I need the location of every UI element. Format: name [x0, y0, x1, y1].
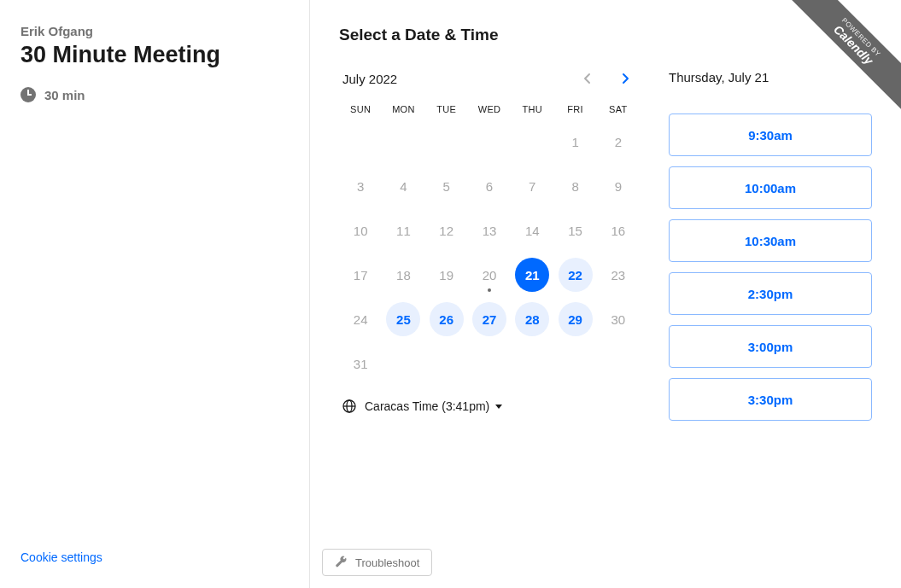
- day-21[interactable]: 21: [515, 258, 549, 292]
- day-14: 14: [515, 213, 549, 247]
- dow-label: THU: [511, 104, 553, 114]
- time-slot-button[interactable]: 2:30pm: [669, 272, 872, 315]
- day-cell: [425, 123, 468, 160]
- day-11: 11: [386, 213, 420, 247]
- day-13: 13: [472, 213, 506, 247]
- caret-down-icon: [495, 405, 502, 409]
- dow-label: MON: [382, 104, 424, 114]
- time-slot-button[interactable]: 9:30am: [669, 114, 872, 156]
- day-cell: 25: [382, 300, 424, 338]
- day-cell: 22: [553, 256, 596, 294]
- time-slot-button[interactable]: 3:00pm: [669, 325, 872, 368]
- day-cell: 31: [339, 345, 382, 382]
- duration-text: 30 min: [44, 88, 85, 102]
- day-cell: 15: [553, 212, 596, 249]
- day-28[interactable]: 28: [515, 302, 549, 336]
- day-26[interactable]: 26: [430, 302, 464, 336]
- next-month-button[interactable]: [616, 68, 636, 89]
- timezone-selector[interactable]: Caracas Time (3:41pm): [339, 399, 640, 413]
- day-27[interactable]: 27: [472, 302, 506, 336]
- day-6: 6: [472, 169, 506, 203]
- day-cell: 30: [597, 300, 640, 338]
- day-cell: 8: [553, 167, 596, 205]
- day-cell: 2: [597, 123, 640, 160]
- day-cell: [511, 345, 553, 382]
- sidebar: Erik Ofgang 30 Minute Meeting 30 min Coo…: [0, 0, 310, 588]
- day-cell: 18: [382, 256, 424, 294]
- day-cell: 17: [339, 256, 382, 294]
- dow-label: TUE: [425, 104, 468, 114]
- dow-label: FRI: [553, 104, 596, 114]
- day-22[interactable]: 22: [559, 258, 593, 292]
- day-cell: [382, 345, 424, 382]
- day-9: 9: [601, 169, 635, 203]
- day-29[interactable]: 29: [559, 302, 593, 336]
- chevron-right-icon: [622, 73, 630, 84]
- day-cell: 29: [553, 300, 596, 338]
- day-cell: 4: [382, 167, 424, 205]
- day-cell: [468, 345, 511, 382]
- dow-label: SUN: [339, 104, 382, 114]
- day-cell: 24: [339, 300, 382, 338]
- day-7: 7: [515, 169, 549, 203]
- day-cell: 9: [597, 167, 640, 205]
- today-indicator: [488, 288, 491, 292]
- day-16: 16: [601, 213, 635, 247]
- time-slot-button[interactable]: 10:00am: [669, 166, 872, 209]
- day-4: 4: [386, 169, 420, 203]
- day-cell: [597, 345, 640, 382]
- day-cell: 23: [597, 256, 640, 294]
- day-cell: 21: [511, 256, 553, 294]
- day-cell: [339, 123, 382, 160]
- clock-icon: [20, 87, 36, 102]
- cookie-settings-link[interactable]: Cookie settings: [20, 550, 289, 571]
- day-5: 5: [430, 169, 464, 203]
- day-31: 31: [343, 346, 377, 381]
- day-cell: 7: [511, 167, 553, 205]
- time-slot-button[interactable]: 10:30am: [669, 219, 872, 262]
- page-title: Select a Date & Time: [339, 26, 872, 44]
- day-20: 20: [472, 258, 506, 292]
- day-of-week-header: SUNMONTUEWEDTHUFRISAT: [339, 104, 640, 114]
- day-cell: [468, 123, 511, 160]
- day-cell: 14: [511, 212, 553, 249]
- calendar: July 2022 SUNMONTUEWEDTHUFRISAT 12345678…: [339, 68, 640, 431]
- day-cell: 3: [339, 167, 382, 205]
- day-3: 3: [343, 169, 377, 203]
- wrench-icon: [335, 556, 348, 569]
- time-slots-column: Thursday, July 21 9:30am10:00am10:30am2:…: [669, 68, 872, 431]
- selected-date-label: Thursday, July 21: [669, 70, 872, 84]
- troubleshoot-button[interactable]: Troubleshoot: [322, 549, 432, 576]
- timezone-label: Caracas Time (3:41pm): [365, 399, 489, 413]
- dow-label: SAT: [597, 104, 640, 114]
- day-25[interactable]: 25: [386, 302, 420, 336]
- day-2: 2: [601, 125, 635, 159]
- day-cell: 20: [468, 256, 511, 294]
- chevron-left-icon: [582, 73, 591, 84]
- month-label: July 2022: [342, 72, 397, 86]
- day-1: 1: [559, 125, 593, 159]
- meeting-title: 30 Minute Meeting: [20, 42, 289, 68]
- day-cell: 26: [425, 300, 468, 338]
- day-23: 23: [601, 258, 635, 292]
- days-grid: 1234567891011121314151617181920212223242…: [339, 123, 640, 382]
- day-cell: 12: [425, 212, 468, 249]
- main-panel: Select a Date & Time July 2022 SUNMONTUE…: [310, 0, 901, 588]
- day-30: 30: [601, 302, 635, 336]
- prev-month-button[interactable]: [576, 68, 597, 89]
- day-cell: 19: [425, 256, 468, 294]
- day-cell: 5: [425, 167, 468, 205]
- day-cell: [425, 345, 468, 382]
- day-15: 15: [559, 213, 593, 247]
- day-cell: [511, 123, 553, 160]
- day-cell: 10: [339, 212, 382, 249]
- day-cell: 6: [468, 167, 511, 205]
- day-8: 8: [559, 169, 593, 203]
- globe-icon: [342, 399, 356, 413]
- day-10: 10: [343, 213, 377, 247]
- day-cell: [553, 345, 596, 382]
- day-17: 17: [343, 258, 377, 292]
- day-cell: 1: [553, 123, 596, 160]
- host-name: Erik Ofgang: [20, 24, 289, 38]
- time-slot-button[interactable]: 3:30pm: [669, 378, 872, 421]
